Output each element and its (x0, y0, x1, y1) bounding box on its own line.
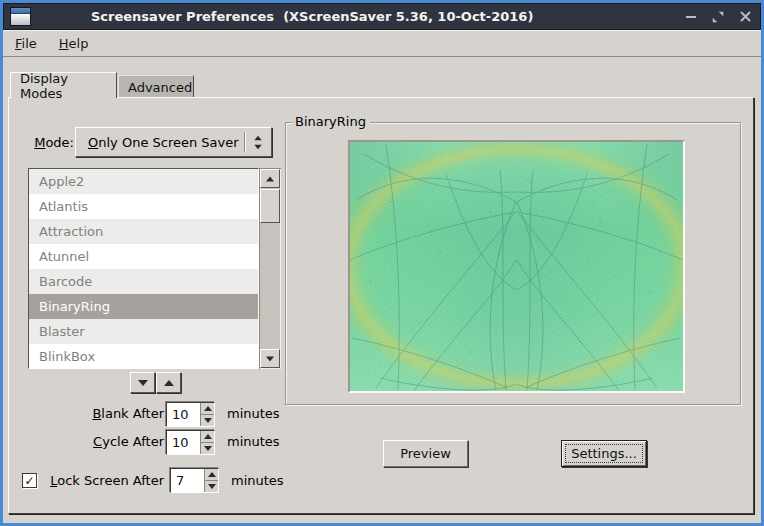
scroll-down-button[interactable] (260, 349, 280, 368)
decrement-icon (204, 418, 212, 423)
blank-after-unit: minutes (227, 406, 280, 421)
cycle-after-increment-button[interactable] (201, 431, 214, 443)
saver-list: Apple2AtlantisAttractionAtunnelBarcodeBi… (28, 168, 259, 369)
increment-icon (208, 472, 216, 477)
menubar: File Help (3, 30, 761, 57)
increment-icon (204, 406, 212, 411)
window-icon-body (11, 14, 30, 25)
preview-button[interactable]: Preview (383, 440, 468, 467)
decrement-icon (204, 446, 212, 451)
select-next-button[interactable] (130, 372, 155, 393)
tab-display-modes[interactable]: Display Modes (10, 72, 117, 98)
saver-list-item[interactable]: Atunnel (29, 244, 258, 269)
cycle-after-unit: minutes (227, 434, 280, 449)
screensaver-preview (350, 142, 683, 391)
select-previous-button[interactable] (156, 372, 181, 393)
up-arrow-icon (164, 380, 174, 386)
menu-help[interactable]: Help (59, 36, 89, 51)
increment-icon (204, 434, 212, 439)
check-icon: ✓ (24, 475, 34, 487)
blank-after-label: Blank After (29, 406, 164, 421)
decrement-icon (208, 484, 216, 489)
cycle-after-input[interactable] (167, 431, 200, 454)
blank-after-spinbox (166, 402, 215, 427)
cycle-after-spin-buttons (200, 431, 214, 454)
blank-after-decrement-button[interactable] (201, 415, 214, 426)
scroll-down-icon (266, 356, 274, 361)
preview-group-title: BinaryRing (293, 114, 370, 129)
saver-list-item[interactable]: Barcode (29, 269, 258, 294)
close-button[interactable] (737, 9, 753, 25)
saver-list-scrollbar[interactable] (259, 168, 281, 369)
xscreensaver-window: Screensaver Preferences (XScreenSaver 5.… (0, 0, 764, 526)
mode-dropdown[interactable]: Only One Screen Saver (75, 127, 272, 157)
cycle-after-label: Cycle After (29, 434, 164, 449)
scroll-up-icon (266, 176, 274, 181)
saver-list-item[interactable]: Blaster (29, 319, 258, 344)
cycle-after-decrement-button[interactable] (201, 443, 214, 454)
minimize-button[interactable] (683, 9, 699, 25)
restore-icon (712, 11, 724, 23)
window-controls (683, 3, 753, 30)
scroll-up-button[interactable] (260, 169, 280, 188)
blank-after-input[interactable] (167, 403, 200, 426)
menu-file[interactable]: File (15, 36, 37, 51)
lock-after-increment-button[interactable] (205, 469, 218, 481)
lock-screen-after-unit: minutes (231, 473, 284, 488)
titlebar: Screensaver Preferences (XScreenSaver 5.… (3, 3, 761, 30)
lock-screen-after-input[interactable] (171, 469, 204, 492)
display-modes-panel: Mode: Only One Screen Saver Apple2Atlant… (8, 97, 754, 514)
restore-button[interactable] (710, 9, 726, 25)
settings-button[interactable]: Settings... (561, 440, 647, 467)
updown-arrows-icon (253, 135, 263, 150)
mode-dropdown-value: Only One Screen Saver (76, 135, 244, 150)
saver-list-item[interactable]: Apple2 (29, 169, 258, 194)
window-icon[interactable] (10, 7, 31, 26)
lock-screen-checkbox[interactable]: ✓ (22, 473, 37, 488)
blank-after-spin-buttons (200, 403, 214, 426)
saver-list-item[interactable]: BlinkBox (29, 344, 258, 369)
lock-screen-after-spinbox (170, 468, 219, 493)
mode-label: Mode: (19, 135, 74, 150)
saver-list-item[interactable]: BinaryRing (29, 294, 258, 319)
cycle-after-spinbox (166, 430, 215, 455)
close-icon (740, 11, 751, 22)
lock-after-spin-buttons (204, 469, 218, 492)
tab-advanced[interactable]: Advanced (118, 75, 194, 98)
window-title: Screensaver Preferences (XScreenSaver 5.… (91, 9, 533, 24)
saver-list-item[interactable]: Attraction (29, 219, 258, 244)
scrollbar-thumb[interactable] (260, 189, 280, 223)
down-arrow-icon (138, 380, 148, 386)
binaryring-pattern-icon (350, 142, 683, 391)
combobox-separator (244, 132, 246, 152)
blank-after-increment-button[interactable] (201, 403, 214, 415)
lock-after-decrement-button[interactable] (205, 481, 218, 492)
lock-screen-after-label: Lock Screen After (39, 473, 164, 488)
saver-list-item[interactable]: Atlantis (29, 194, 258, 219)
preview-frame (348, 140, 685, 393)
minimize-icon (686, 16, 696, 18)
